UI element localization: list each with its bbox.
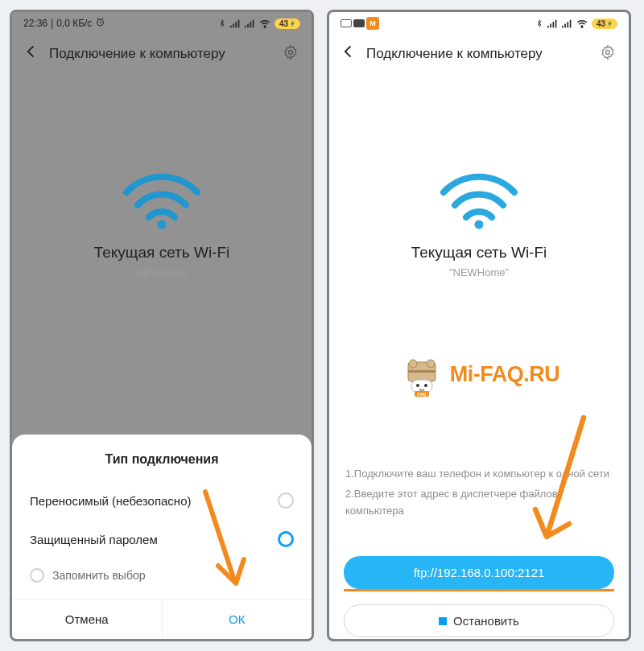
screenshot-left: 22:36 | 0,0 КБ/с 43 Подключение к компью… xyxy=(10,10,314,641)
instructions: 1.Подключите ваш телефон и компьютер к о… xyxy=(345,466,613,519)
status-speed: 0,0 КБ/с xyxy=(56,18,92,29)
app-header: Подключение к компьютеру xyxy=(12,35,312,73)
logo-text: Mi-FAQ.RU xyxy=(450,362,560,387)
battery-badge: 43 xyxy=(275,19,300,29)
svg-point-10 xyxy=(289,51,293,55)
svg-rect-8 xyxy=(253,19,254,27)
ftp-underline xyxy=(344,589,614,591)
wifi-network-label: Текущая сеть Wi-Fi xyxy=(12,244,312,262)
svg-rect-13 xyxy=(550,23,551,27)
svg-point-27 xyxy=(416,384,419,387)
wifi-network-label: Текущая сеть Wi-Fi xyxy=(329,244,629,262)
option-password[interactable]: Защищенный паролем xyxy=(12,520,312,558)
svg-point-25 xyxy=(427,360,435,368)
back-icon[interactable] xyxy=(22,43,41,64)
option-password-label: Защищенный паролем xyxy=(30,533,158,546)
signal-icon-2 xyxy=(245,19,255,28)
sheet-actions: Отмена ОК xyxy=(12,599,312,639)
radio-icon-selected xyxy=(278,531,294,547)
mi-icon: M xyxy=(366,17,379,30)
stop-icon xyxy=(439,617,447,625)
stop-label: Остановить xyxy=(453,614,519,628)
svg-text:FAQ: FAQ xyxy=(417,392,427,397)
svg-rect-4 xyxy=(238,19,240,27)
page-title: Подключение к компьютеру xyxy=(366,46,592,62)
wifi-block: Текущая сеть Wi-Fi "NEWHome" xyxy=(12,73,312,278)
svg-rect-12 xyxy=(547,25,549,27)
svg-rect-2 xyxy=(233,23,234,27)
wifi-network-name: "NEWHome" xyxy=(329,266,629,278)
svg-point-21 xyxy=(606,51,610,55)
mascot-icon: FAQ xyxy=(398,351,445,398)
svg-rect-7 xyxy=(250,22,251,27)
radio-icon xyxy=(278,492,294,509)
signal-icon xyxy=(547,19,558,28)
wifi-status-icon xyxy=(259,19,270,28)
svg-rect-17 xyxy=(564,23,566,27)
sheet-title: Тип подключения xyxy=(12,452,312,467)
checkbox-icon xyxy=(30,568,44,583)
option-portable[interactable]: Переносимый (небезопасно) xyxy=(12,481,312,520)
svg-point-24 xyxy=(409,360,417,368)
svg-point-20 xyxy=(581,26,582,27)
svg-point-9 xyxy=(264,26,265,27)
screenshot-right: M 43 Подключение к компьютеру xyxy=(327,10,631,641)
ftp-address[interactable]: ftp://192.168.0.100:2121 xyxy=(344,556,614,589)
option-portable-label: Переносимый (небезопасно) xyxy=(30,494,191,508)
wifi-network-name: "NEWHome" xyxy=(12,266,312,278)
site-logo: FAQ Mi-FAQ.RU xyxy=(329,351,629,398)
wifi-block: Текущая сеть Wi-Fi "NEWHome" xyxy=(329,73,629,278)
notif-icon-2 xyxy=(353,19,365,27)
svg-rect-6 xyxy=(247,23,249,27)
svg-rect-15 xyxy=(555,19,557,27)
svg-rect-18 xyxy=(567,22,568,27)
signal-icon-2 xyxy=(562,19,572,28)
svg-rect-5 xyxy=(245,25,246,27)
svg-rect-19 xyxy=(570,19,572,27)
gear-icon[interactable] xyxy=(283,44,302,64)
svg-point-11 xyxy=(158,220,167,229)
alarm-icon xyxy=(95,17,105,30)
status-time: 22:36 xyxy=(23,18,47,29)
app-header: Подключение к компьютеру xyxy=(329,35,629,73)
remember-label: Запомнить выбор xyxy=(52,569,145,582)
svg-rect-1 xyxy=(230,25,232,27)
svg-rect-16 xyxy=(562,25,564,27)
wifi-status-icon xyxy=(576,19,588,28)
remember-choice[interactable]: Запомнить выбор xyxy=(12,558,312,599)
instruction-1: 1.Подключите ваш телефон и компьютер к о… xyxy=(345,466,613,483)
back-icon[interactable] xyxy=(339,43,358,64)
svg-rect-14 xyxy=(552,22,554,27)
status-separator: | xyxy=(51,18,53,29)
stop-button[interactable]: Остановить xyxy=(344,604,614,637)
bluetooth-icon xyxy=(535,19,543,28)
gear-icon[interactable] xyxy=(600,44,619,64)
instruction-2: 2.Введите этот адрес в диспетчере файлов… xyxy=(345,486,613,520)
status-bar: M 43 xyxy=(329,12,629,35)
wifi-icon xyxy=(122,171,202,233)
notif-icon xyxy=(341,19,352,27)
status-bar: 22:36 | 0,0 КБ/с 43 xyxy=(12,12,312,35)
wifi-icon xyxy=(439,171,519,233)
cancel-button[interactable]: Отмена xyxy=(12,599,163,639)
connection-type-sheet: Тип подключения Переносимый (небезопасно… xyxy=(12,435,312,639)
svg-point-28 xyxy=(424,384,427,387)
battery-badge: 43 xyxy=(592,19,617,29)
svg-rect-3 xyxy=(235,22,237,27)
bluetooth-icon xyxy=(218,19,226,28)
svg-point-22 xyxy=(475,220,484,229)
signal-icon xyxy=(230,19,241,28)
ok-button[interactable]: ОК xyxy=(163,599,312,639)
page-title: Подключение к компьютеру xyxy=(49,46,275,62)
